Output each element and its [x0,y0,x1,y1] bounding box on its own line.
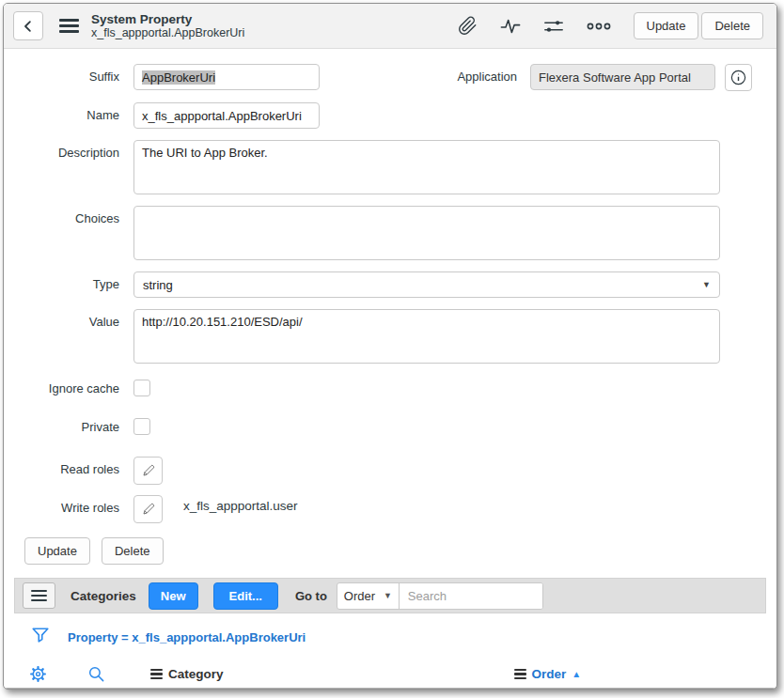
list-filter-row: Property = x_fls_appportal.AppBrokerUri [30,626,776,648]
update-button-footer[interactable]: Update [24,537,90,565]
type-row: Type string ▼ [4,271,752,298]
list-context-menu-button[interactable] [23,582,55,609]
list-search-icon[interactable] [87,665,105,683]
write-roles-edit-button[interactable] [133,495,163,523]
more-options-icon[interactable] [587,20,611,33]
description-row: Description The URI to App Broker. [4,140,752,194]
choices-label: Choices [4,206,119,225]
related-list-header: Categories New Edit... Go to Order ▼ [14,578,766,613]
value-label: Value [4,309,119,329]
ignore-cache-checkbox[interactable] [133,380,150,396]
description-label: Description [4,140,119,160]
name-label: Name [4,102,119,122]
filter-funnel-icon[interactable] [30,626,51,648]
private-row: Private [4,418,752,435]
description-textarea[interactable]: The URI to App Broker. [133,140,720,194]
sort-ascending-icon: ▲ [572,669,581,679]
goto-selected-value: Order [344,589,375,603]
value-textarea[interactable]: http://10.20.151.210/ESD/api/ [133,309,720,364]
personalize-form-icon[interactable] [543,16,564,37]
title-block: System Property x_fls_appportal.AppBroke… [91,12,244,40]
activity-stream-icon[interactable] [500,16,521,37]
ignore-cache-label: Ignore cache [4,380,119,396]
read-roles-row: Read roles [4,457,752,485]
suffix-input[interactable]: AppBrokerUri [133,64,320,90]
application-info-button[interactable] [725,64,752,91]
edit-button[interactable]: Edit... [213,582,278,610]
ignore-cache-row: Ignore cache [4,380,752,396]
column-menu-icon [514,669,526,679]
column-header-category[interactable]: Category [150,667,224,681]
value-row: Value http://10.20.151.210/ESD/api/ [4,309,752,364]
list-search-input[interactable] [400,583,542,609]
private-label: Private [4,418,119,434]
goto-search-group: Order ▼ [337,582,543,610]
write-roles-row: Write roles x_fls_appportal.user [4,495,752,523]
column-header-order[interactable]: Order ▲ [514,667,582,681]
attachment-icon[interactable] [458,16,478,36]
chevron-down-icon: ▼ [384,591,392,600]
delete-button-header[interactable]: Delete [701,12,763,39]
suffix-application-row: Suffix AppBrokerUri Application Flexera … [4,64,752,91]
private-checkbox[interactable] [133,418,150,435]
choices-row: Choices [4,206,752,260]
pencil-icon [141,502,156,517]
list-settings-gear-icon[interactable] [29,665,47,683]
system-property-form: Suffix AppBrokerUri Application Flexera … [4,49,776,565]
info-icon [729,69,747,86]
write-roles-value: x_fls_appportal.user [183,495,298,513]
name-row: Name x_fls_appportal.AppBrokerUri [4,102,752,129]
choices-textarea[interactable] [133,206,720,260]
new-button[interactable]: New [149,582,198,610]
type-selected-value: string [143,278,173,292]
filter-breadcrumb[interactable]: Property = x_fls_appportal.AppBrokerUri [68,630,306,644]
form-header: System Property x_fls_appportal.AppBroke… [4,4,776,49]
update-button-header[interactable]: Update [634,12,699,39]
column-menu-icon [150,669,163,679]
write-roles-label: Write roles [4,495,119,515]
name-input[interactable]: x_fls_appportal.AppBrokerUri [133,102,320,129]
read-roles-edit-button[interactable] [133,457,163,485]
suffix-label: Suffix [4,64,119,84]
goto-label: Go to [295,589,327,603]
form-context-menu-icon[interactable] [59,19,79,34]
type-label: Type [4,271,119,291]
list-column-headers: Category Order ▲ [4,660,776,689]
page-title: System Property [91,12,244,27]
related-list-title: Categories [71,589,136,603]
delete-button-footer[interactable]: Delete [102,537,164,565]
read-roles-label: Read roles [4,457,119,476]
form-footer-buttons: Update Delete [24,537,776,565]
pencil-icon [141,463,156,478]
chevron-down-icon: ▼ [702,280,711,289]
application-label: Application [320,64,530,84]
application-input: Flexera Software App Portal [530,64,715,90]
type-select[interactable]: string ▼ [133,271,720,298]
page-subtitle: x_fls_appportal.AppBrokerUri [91,26,244,39]
chevron-left-icon [20,18,37,35]
suffix-value-selected-text: AppBrokerUri [142,70,215,85]
goto-field-select[interactable]: Order ▼ [337,583,400,609]
back-button[interactable] [13,11,43,40]
app-window: System Property x_fls_appportal.AppBroke… [3,3,777,690]
